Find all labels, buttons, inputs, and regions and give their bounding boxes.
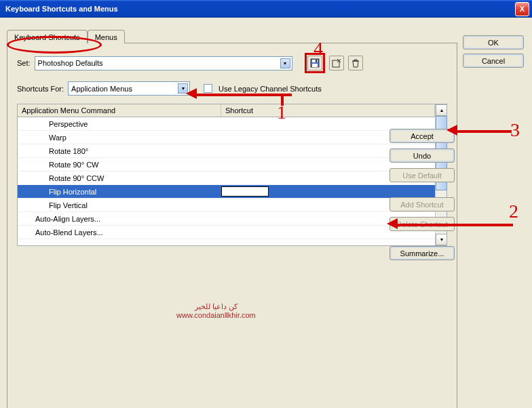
tabs: Keyboard Shortcuts Menus: [7, 30, 457, 43]
tab-menus[interactable]: Menus: [88, 30, 125, 43]
save-as-icon: [332, 58, 341, 68]
shortcuts-for-select[interactable]: Application Menus ▾: [68, 81, 190, 96]
chevron-down-icon: ▾: [280, 58, 290, 68]
command-cell: Rotate 180°: [22, 147, 221, 155]
table-row[interactable]: Perspective: [18, 117, 435, 131]
col-command[interactable]: Application Menu Command: [18, 104, 221, 117]
table-row[interactable]: Flip Vertical: [18, 199, 435, 212]
set-row: Set: Photoshop Defaults ▾: [17, 53, 447, 73]
command-cell: Flip Horizontal: [22, 188, 221, 196]
command-cell: Rotate 90° CW: [22, 161, 221, 169]
command-cell: Auto-Align Layers...: [22, 215, 221, 223]
scroll-up-button[interactable]: ▴: [436, 104, 447, 116]
add-shortcut-button[interactable]: Add Shortcut: [390, 197, 455, 211]
table-row[interactable]: Rotate 90° CW: [18, 158, 435, 171]
table-row[interactable]: Auto-Align Layers...: [18, 212, 435, 226]
delete-set-button[interactable]: [348, 56, 363, 70]
legacy-label: Use Legacy Channel Shortcuts: [218, 85, 322, 93]
window-title: Keyboard Shortcuts and Menus: [3, 5, 515, 13]
command-cell: Rotate 90° CCW: [22, 174, 221, 182]
command-cell: Auto-Blend Layers...: [22, 228, 221, 237]
watermark-line1: كن داعيا للخير: [176, 302, 256, 311]
grid-body[interactable]: PerspectiveWarpRotate 180°Rotate 90° CWR…: [18, 117, 435, 245]
undo-button[interactable]: Undo: [390, 148, 455, 163]
close-button[interactable]: X: [515, 2, 529, 16]
set-label: Set:: [17, 59, 31, 67]
svg-rect-2: [316, 60, 317, 62]
grid-main: Application Menu Command Shortcut Perspe…: [18, 104, 435, 245]
trash-icon: [351, 58, 360, 68]
title-bar: Keyboard Shortcuts and Menus X: [0, 0, 532, 18]
shortcuts-grid: Application Menu Command Shortcut Perspe…: [17, 104, 447, 246]
shortcut-input[interactable]: [221, 186, 269, 197]
annotation-3: 3: [510, 119, 520, 141]
watermark-line2: www.condaianllkhir.com: [176, 311, 256, 319]
annotation-4: 4: [314, 38, 323, 60]
dialog-buttons: OK Cancel: [463, 35, 524, 68]
new-set-button[interactable]: [329, 56, 344, 70]
set-select[interactable]: Photoshop Defaults ▾: [35, 56, 292, 70]
dialog-content: OK Cancel Keyboard Shortcuts Menus Set: …: [0, 18, 532, 408]
use-default-button[interactable]: Use Default: [390, 168, 455, 182]
summarize-button[interactable]: Summarize...: [390, 246, 455, 260]
table-row[interactable]: Rotate 90° CCW: [18, 171, 435, 185]
svg-rect-3: [312, 64, 318, 67]
annotation-2: 2: [509, 201, 518, 222]
close-icon: X: [520, 5, 525, 13]
cancel-button[interactable]: Cancel: [463, 54, 524, 68]
legacy-checkbox[interactable]: [204, 84, 212, 93]
ok-button[interactable]: OK: [463, 35, 524, 49]
command-cell: Flip Vertical: [22, 201, 221, 209]
command-cell: Perspective: [22, 120, 221, 128]
action-buttons: Accept Undo Use Default Add Shortcut Del…: [390, 129, 455, 260]
tab-keyboard-shortcuts[interactable]: Keyboard Shortcuts: [7, 30, 88, 43]
command-cell: Warp: [22, 134, 221, 142]
shortcuts-for-label: Shortcuts For:: [17, 85, 64, 93]
table-row[interactable]: Rotate 180°: [18, 144, 435, 158]
accept-button[interactable]: Accept: [390, 129, 455, 143]
save-icon: [310, 58, 320, 68]
col-shortcut[interactable]: Shortcut: [221, 104, 435, 117]
grid-header: Application Menu Command Shortcut: [18, 104, 435, 117]
set-value: Photoshop Defaults: [38, 59, 280, 67]
watermark: كن داعيا للخير www.condaianllkhir.com: [176, 302, 256, 319]
table-row[interactable]: Auto-Blend Layers...: [18, 226, 435, 239]
table-row[interactable]: Warp: [18, 131, 435, 144]
shortcuts-for-value: Application Menus: [71, 85, 178, 93]
table-row[interactable]: Flip Horizontal: [18, 185, 435, 199]
